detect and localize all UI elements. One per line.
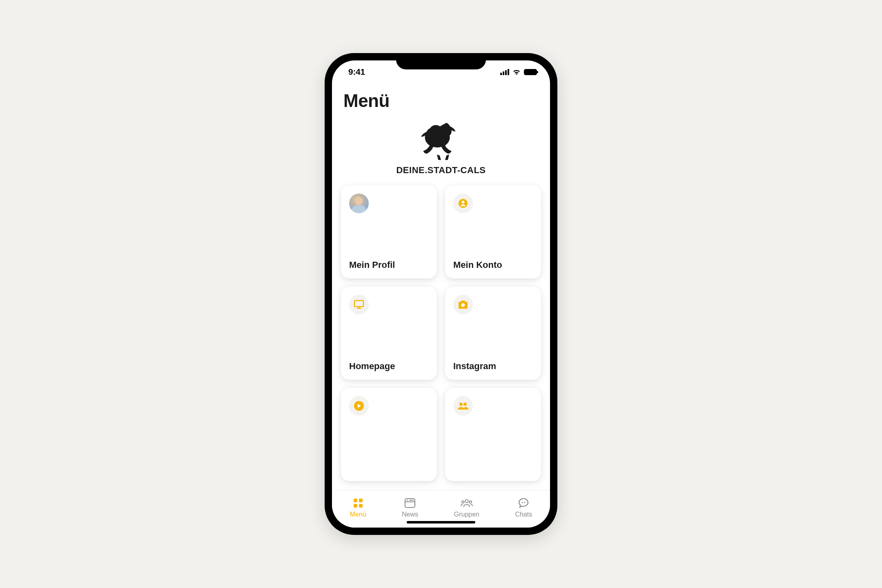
card-label: Mein Profil xyxy=(349,260,429,270)
svg-rect-9 xyxy=(354,504,357,508)
card-people[interactable] xyxy=(445,388,541,481)
tab-label: Gruppen xyxy=(454,511,479,518)
card-play[interactable] xyxy=(341,388,437,481)
status-right xyxy=(500,69,537,75)
card-mein-konto[interactable]: Mein Konto xyxy=(445,185,541,278)
battery-icon xyxy=(524,69,537,75)
cellular-signal-icon xyxy=(500,69,509,75)
card-label: Mein Konto xyxy=(453,260,533,270)
chats-icon xyxy=(517,497,530,509)
tab-gruppen[interactable]: Gruppen xyxy=(454,497,479,518)
svg-point-6 xyxy=(463,403,467,406)
groups-icon xyxy=(461,497,473,509)
people-icon xyxy=(453,396,473,416)
svg-point-17 xyxy=(469,501,472,503)
svg-point-15 xyxy=(465,499,468,503)
content: Menü DEINE.STADT-CALS Mein Profil Mein K… xyxy=(332,83,550,490)
tab-bar: Menü News Gruppen Chats xyxy=(332,490,550,528)
svg-rect-10 xyxy=(359,504,363,508)
svg-point-18 xyxy=(522,502,523,503)
card-homepage[interactable]: Homepage xyxy=(341,287,437,380)
device-notch xyxy=(396,53,486,69)
card-label: Homepage xyxy=(349,361,429,372)
svg-point-3 xyxy=(461,303,465,307)
grid-icon xyxy=(352,497,364,509)
monitor-icon xyxy=(349,295,369,314)
tab-menu[interactable]: Menü xyxy=(350,497,366,518)
svg-point-19 xyxy=(524,502,526,503)
screen: 9:41 Menü DEINE.STADT-CALS Mein xyxy=(332,60,550,528)
tab-label: Menü xyxy=(350,511,366,518)
svg-point-16 xyxy=(462,501,464,503)
tab-label: News xyxy=(402,511,418,518)
page-title: Menü xyxy=(332,83,550,117)
svg-rect-7 xyxy=(354,499,357,502)
svg-rect-2 xyxy=(354,301,363,307)
tab-chats[interactable]: Chats xyxy=(515,497,532,518)
phone-frame: 9:41 Menü DEINE.STADT-CALS Mein xyxy=(325,53,557,535)
status-time: 9:41 xyxy=(348,67,365,77)
brand-name: DEINE.STADT-CALS xyxy=(396,165,486,176)
play-icon xyxy=(349,396,369,416)
svg-rect-8 xyxy=(359,499,363,502)
menu-grid: Mein Profil Mein Konto Homepage xyxy=(332,185,550,481)
tab-label: Chats xyxy=(515,511,532,518)
svg-point-1 xyxy=(462,201,465,204)
card-mein-profil[interactable]: Mein Profil xyxy=(341,185,437,278)
card-label: Instagram xyxy=(453,361,533,372)
brand-block: DEINE.STADT-CALS xyxy=(332,117,550,185)
svg-point-5 xyxy=(459,403,463,406)
tab-news[interactable]: News xyxy=(402,497,418,518)
account-icon xyxy=(453,194,473,213)
home-indicator[interactable] xyxy=(407,521,475,523)
camera-icon xyxy=(453,295,473,314)
avatar-icon xyxy=(349,194,369,213)
card-instagram[interactable]: Instagram xyxy=(445,287,541,380)
wifi-icon xyxy=(512,69,521,75)
news-icon xyxy=(404,497,416,509)
svg-point-13 xyxy=(407,499,408,501)
horse-logo-icon xyxy=(416,120,466,161)
